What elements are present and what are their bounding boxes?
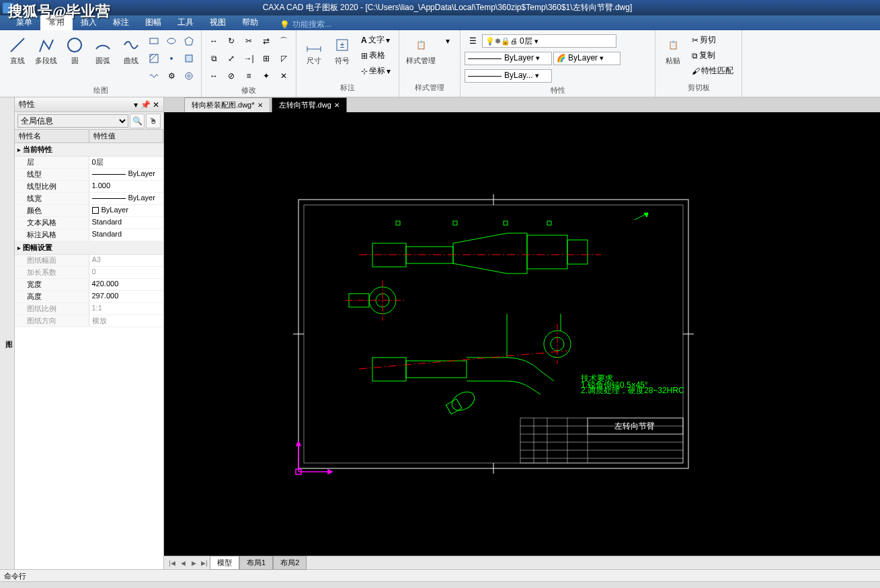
- selection-combo[interactable]: 全局信息: [17, 114, 128, 128]
- style-more-icon[interactable]: ▾: [440, 33, 456, 49]
- autohide-icon[interactable]: ▾ 📌 ✕: [134, 100, 159, 110]
- layer-combo[interactable]: 💡❄🔒🖨 0层 ▾: [482, 34, 616, 48]
- col-value: 特性值: [89, 130, 164, 142]
- text-button[interactable]: A 文字 ▾: [357, 33, 395, 47]
- pick-icon[interactable]: 🖱: [146, 114, 161, 128]
- cad-canvas[interactable]: 左转向节臂: [164, 112, 880, 556]
- prop-row[interactable]: 线型比例1.000: [15, 181, 163, 193]
- chamfer-icon[interactable]: ◸: [276, 50, 292, 67]
- cut-button[interactable]: ✂ 剪切: [688, 33, 737, 47]
- point-icon[interactable]: [163, 50, 179, 67]
- prop-row[interactable]: 高度297.000: [15, 291, 163, 303]
- rect-icon[interactable]: [146, 33, 162, 49]
- offset-icon[interactable]: ≡: [241, 68, 257, 84]
- close-icon[interactable]: ✕: [334, 101, 339, 109]
- wave-icon[interactable]: [146, 68, 162, 84]
- table-button[interactable]: ⊞ 表格: [357, 48, 395, 62]
- gear-icon[interactable]: ⚙: [163, 68, 179, 84]
- document-tab[interactable]: 左转向节臂.dwg✕: [272, 97, 347, 112]
- ribbon-group-style: 📋样式管理 ▾ 样式管理: [399, 30, 461, 97]
- first-tab-icon[interactable]: |◀: [167, 558, 177, 569]
- close-icon[interactable]: ✕: [257, 101, 263, 109]
- color-combo[interactable]: 🌈 ByLayer ▾: [553, 52, 621, 65]
- prop-row[interactable]: 标注风格Standard: [15, 229, 163, 241]
- arc-button[interactable]: 圆弧: [89, 33, 116, 67]
- svg-point-10: [186, 73, 192, 79]
- copy-button[interactable]: ⧉ 复制: [688, 48, 737, 62]
- svg-rect-45: [453, 221, 457, 225]
- prop-row[interactable]: 图纸幅面A3: [15, 255, 163, 267]
- tab-frame[interactable]: 图幅: [137, 15, 169, 30]
- prop-row[interactable]: 层0层: [15, 157, 163, 169]
- ellipse-icon[interactable]: [163, 33, 179, 49]
- explode-icon[interactable]: ✦: [258, 68, 274, 84]
- coord-button[interactable]: ⊹ 坐标 ▾: [357, 64, 395, 78]
- polyline-button[interactable]: 多段线: [32, 33, 60, 67]
- spline-button[interactable]: 曲线: [118, 33, 145, 67]
- prev-tab-icon[interactable]: ◀: [177, 558, 188, 569]
- copy-icon[interactable]: ⧉: [206, 50, 222, 67]
- extend-icon[interactable]: →|: [241, 50, 257, 67]
- command-line[interactable]: 命令行: [0, 569, 880, 581]
- prop-row[interactable]: 文本风格Standard: [15, 217, 163, 229]
- fillet-icon[interactable]: ⌒: [276, 33, 292, 49]
- symbol-button[interactable]: ±符号: [329, 33, 356, 67]
- svg-text:2.调质处理，硬度28~32HRC: 2.调质处理，硬度28~32HRC: [581, 386, 684, 395]
- hole-icon[interactable]: [181, 68, 197, 84]
- svg-line-59: [359, 351, 567, 369]
- drawing-area: 转向桥装配图.dwg*✕左转向节臂.dwg✕: [164, 97, 880, 569]
- prop-category[interactable]: 当前特性: [15, 143, 163, 157]
- prop-row[interactable]: 图纸比例1:1: [15, 303, 163, 315]
- layout-tab-2[interactable]: 布局2: [273, 556, 307, 570]
- svg-point-11: [188, 75, 190, 77]
- tab-help[interactable]: 帮助: [234, 15, 266, 30]
- mirror-icon[interactable]: ⇄: [258, 33, 274, 49]
- delete-icon[interactable]: ✕: [276, 68, 292, 84]
- paste-button[interactable]: 📋粘贴: [659, 33, 686, 67]
- hatch-icon[interactable]: [146, 50, 162, 67]
- document-tab[interactable]: 转向桥装配图.dwg*✕: [184, 97, 270, 112]
- trim-icon[interactable]: ✂: [241, 33, 257, 49]
- ribbon-group-dim: 尺寸 ±符号 A 文字 ▾ ⊞ 表格 ⊹ 坐标 ▾ 标注: [296, 30, 399, 97]
- break-icon[interactable]: ⊘: [223, 68, 239, 84]
- tab-tools[interactable]: 工具: [169, 15, 202, 30]
- layout-tab-model[interactable]: 模型: [210, 556, 239, 570]
- prop-row[interactable]: 加长系数0: [15, 267, 163, 279]
- lweight-combo[interactable]: ByLay... ▾: [465, 69, 552, 83]
- prop-category[interactable]: 图幅设置: [15, 241, 163, 255]
- next-tab-icon[interactable]: ▶: [188, 558, 199, 569]
- scale-icon[interactable]: ⤢: [223, 50, 239, 67]
- filter-icon[interactable]: 🔍: [130, 114, 145, 128]
- rotate-icon[interactable]: ↻: [223, 33, 239, 49]
- library-sidebar[interactable]: 图库: [0, 97, 15, 569]
- move-icon[interactable]: ↔: [206, 33, 222, 49]
- workspace: 图库 特性 ▾ 📌 ✕ 全局信息 🔍 🖱 特性名 特性值 当前特性层0层线型By…: [0, 97, 880, 569]
- layer-tool-icon[interactable]: ☰: [465, 33, 481, 49]
- tab-view[interactable]: 视图: [202, 15, 234, 30]
- polygon-icon[interactable]: [181, 33, 197, 49]
- region-icon[interactable]: [181, 50, 197, 67]
- prop-row[interactable]: 颜色ByLayer: [15, 205, 163, 217]
- stretch-icon[interactable]: ↔: [206, 68, 222, 84]
- props-header: 特性 ▾ 📌 ✕: [15, 97, 163, 112]
- svg-marker-26: [296, 442, 301, 446]
- search-hint[interactable]: 💡 功能搜索...: [280, 19, 331, 30]
- svg-point-3: [167, 38, 175, 44]
- dimension-button[interactable]: 尺寸: [301, 33, 327, 67]
- prop-row[interactable]: 图纸方向横放: [15, 315, 163, 327]
- last-tab-icon[interactable]: ▶|: [199, 558, 210, 569]
- prop-row[interactable]: 线型ByLayer: [15, 169, 163, 181]
- prop-row[interactable]: 宽度420.000: [15, 279, 163, 291]
- svg-rect-46: [504, 221, 508, 225]
- modify-group-label: 修改: [206, 84, 292, 97]
- svg-rect-9: [186, 55, 192, 62]
- layout-tab-1[interactable]: 布局1: [239, 556, 273, 570]
- style-manage-button[interactable]: 📋样式管理: [403, 33, 438, 67]
- array-icon[interactable]: ⊞: [258, 50, 274, 67]
- circle-button[interactable]: 圆: [61, 33, 88, 67]
- linetype-combo[interactable]: ByLayer ▾: [465, 52, 552, 65]
- properties-panel: 特性 ▾ 📌 ✕ 全局信息 🔍 🖱 特性名 特性值 当前特性层0层线型ByLay…: [15, 97, 164, 569]
- match-button[interactable]: 🖌 特性匹配: [688, 64, 737, 78]
- prop-row[interactable]: 线宽ByLayer: [15, 193, 163, 205]
- line-button[interactable]: 直线: [4, 33, 31, 67]
